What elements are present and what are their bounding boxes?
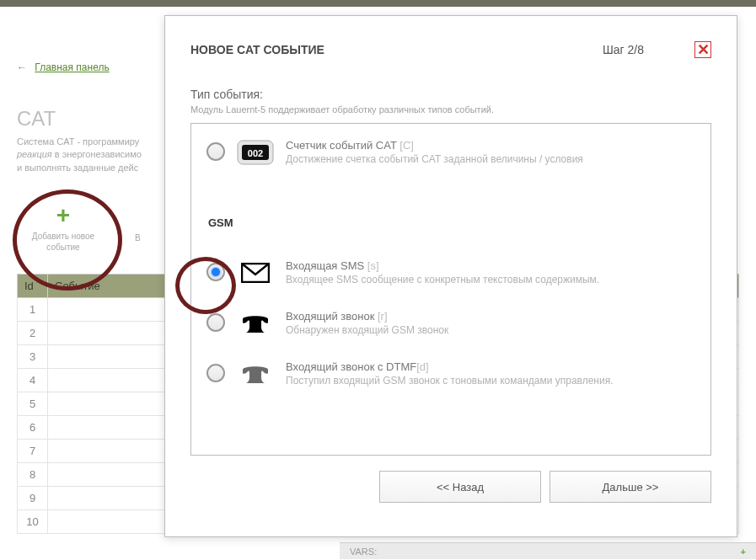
event-type-listbox[interactable]: 002 Счетчик событий CAT [C] Достижение с… [190, 123, 711, 456]
radio-call[interactable] [206, 313, 225, 332]
option-call-desc: Обнаружен входящий GSM звонок [286, 324, 448, 336]
desc-line3: и выполнять заданные дейс [17, 163, 138, 173]
option-counter-title: Счетчик событий CAT [286, 139, 397, 152]
option-call-title: Входящий звонок [286, 310, 374, 323]
option-sms-desc: Входящее SMS сообщение с конкретным текс… [286, 274, 599, 285]
option-counter-desc: Достижение счетка событий CAT заданной в… [286, 153, 583, 165]
option-sms[interactable]: Входящая SMS [s] Входящее SMS сообщение … [201, 254, 700, 305]
back-arrow-icon: ← [17, 61, 27, 73]
breadcrumb-home-link[interactable]: Главная панель [35, 61, 109, 73]
col-id: Id [18, 275, 48, 298]
desc-em: реакция [17, 149, 52, 159]
status-bar: VARS: + [340, 542, 756, 559]
close-icon[interactable]: ✕ [694, 41, 711, 58]
add-var-icon[interactable]: + [741, 547, 746, 557]
radio-dtmf[interactable] [206, 364, 225, 382]
event-type-title: Тип события: [190, 88, 711, 101]
radio-counter[interactable] [206, 142, 225, 161]
option-sms-sk: [s] [367, 259, 379, 272]
option-dtmf[interactable]: Входящий звонок с DTMF[d] Поступил входя… [201, 355, 700, 406]
envelope-icon [237, 259, 274, 286]
option-counter[interactable]: 002 Счетчик событий CAT [C] Достижение с… [201, 131, 700, 174]
back-button[interactable]: << Назад [379, 471, 541, 503]
radio-sms[interactable] [206, 263, 225, 281]
modal-title: НОВОЕ CAT СОБЫТИЕ [190, 43, 324, 56]
option-sms-title: Входящая SMS [286, 259, 364, 272]
phone-icon [237, 310, 274, 337]
option-call-sk: [r] [378, 310, 388, 323]
phone-dtmf-icon [237, 360, 274, 387]
option-dtmf-desc: Поступил входящий GSM звонок с тоновыми … [286, 375, 614, 387]
desc-line1: Система CAT - программиру [17, 136, 139, 147]
event-type-sub: Модуль Lauernt-5 поддерживает обработку … [190, 104, 711, 115]
option-dtmf-sk: [d] [416, 360, 428, 373]
svg-text:002: 002 [248, 148, 263, 158]
option-counter-sk: [C] [399, 139, 414, 152]
group-gsm-header: GSM [208, 216, 700, 229]
side-label: В [135, 233, 141, 243]
option-dtmf-title: Входящий звонок с DTMF [286, 360, 416, 373]
next-button[interactable]: Дальше >> [550, 471, 711, 503]
option-call[interactable]: Входящий звонок [r] Обнаружен входящий G… [201, 305, 700, 355]
modal-step: Шаг 2/8 [603, 43, 644, 56]
top-bar [0, 0, 756, 7]
counter-icon: 002 [237, 139, 274, 166]
desc-line2: в энергонезависимо [52, 149, 142, 159]
new-event-modal: НОВОЕ CAT СОБЫТИЕ Шаг 2/8 ✕ Тип события:… [164, 15, 737, 537]
add-event-label: Добавить новое событие [17, 231, 110, 253]
plus-icon: + [17, 204, 110, 227]
vars-label: VARS: [350, 547, 377, 557]
add-event-button[interactable]: + Добавить новое событие [17, 204, 110, 253]
